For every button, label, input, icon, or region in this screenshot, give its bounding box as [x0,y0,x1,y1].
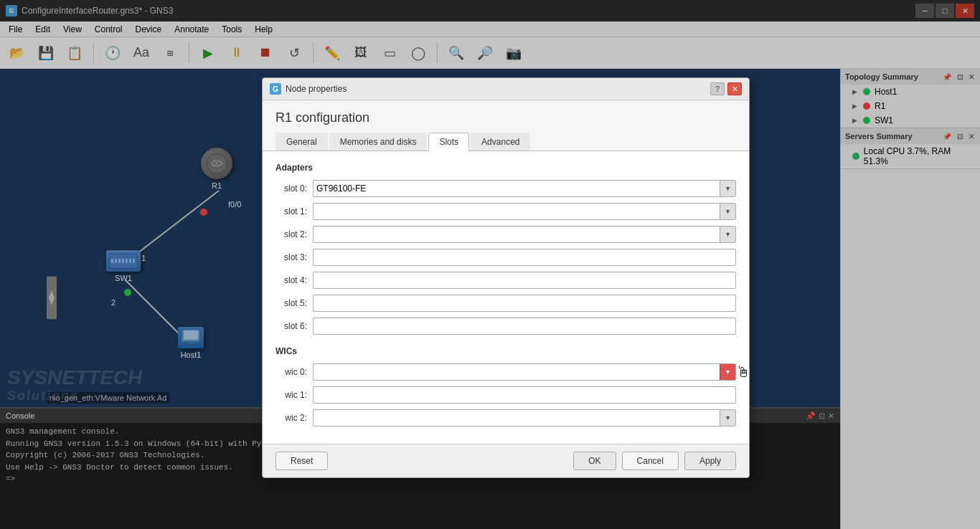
slot-row-1: slot 1: ▼ [275,203,736,220]
slot-5-select-wrapper [313,295,736,312]
node-properties-dialog: G Node properties ? ✕ R1 configuration G… [262,77,750,478]
slot-0-label: slot 0: [275,184,307,194]
slot-4-select[interactable] [313,272,736,289]
tab-advanced[interactable]: Advanced [471,133,530,151]
slot-row-4: slot 4: [275,272,736,289]
slot-row-0: slot 0: GT96100-FE ▼ [275,180,736,197]
wics-section: WICs wic 0: ▼ 🖱 wic 1: [275,346,736,426]
footer-right: OK Cancel Apply [573,452,736,470]
slot-1-label: slot 1: [275,206,307,216]
wic-row-0: wic 0: ▼ 🖱 [275,363,736,381]
reset-button[interactable]: Reset [275,452,328,470]
slot-1-select-wrapper: ▼ [313,203,736,220]
dialog-title: Node properties [286,84,347,94]
slot-6-select-wrapper [313,318,736,335]
dialog-help-button[interactable]: ? [710,82,725,95]
slot-3-select-wrapper [313,249,736,266]
wic-2-select-wrapper: ▼ [313,409,736,426]
tab-slots[interactable]: Slots [428,133,469,151]
cancel-button[interactable]: Cancel [622,452,679,470]
wics-label: WICs [275,346,736,356]
wic-row-1: wic 1: [275,386,736,404]
dialog-heading: R1 configuration [263,100,749,133]
slot-6-select[interactable] [313,318,736,335]
slot-0-select-wrapper: GT96100-FE ▼ [313,180,736,197]
modal-overlay: G Node properties ? ✕ R1 configuration G… [0,0,980,529]
wic-0-select[interactable] [313,363,736,381]
slot-2-select[interactable] [313,226,736,243]
slot-4-select-wrapper [313,272,736,289]
tab-memories[interactable]: Memories and disks [329,133,428,151]
slot-row-2: slot 2: ▼ [275,226,736,243]
ok-button[interactable]: OK [573,452,616,470]
slot-1-select[interactable] [313,203,736,220]
slot-row-6: slot 6: [275,318,736,335]
wic-row-2: wic 2: ▼ [275,409,736,426]
slot-row-3: slot 3: [275,249,736,266]
wic-1-select[interactable] [313,386,736,404]
slot-0-select[interactable]: GT96100-FE [313,180,736,197]
dialog-close-button[interactable]: ✕ [727,82,742,95]
adapters-label: Adapters [275,163,736,173]
wic-2-select[interactable] [313,409,736,426]
apply-button[interactable]: Apply [684,452,736,470]
slot-2-select-wrapper: ▼ [313,226,736,243]
cursor-icon: 🖱 [736,364,750,381]
wic-0-label: wic 0: [275,367,307,377]
wic-2-label: wic 2: [275,413,307,423]
dialog-body: Adapters slot 0: GT96100-FE ▼ slot 1: [263,151,749,444]
slot-5-select[interactable] [313,295,736,312]
slot-row-5: slot 5: [275,295,736,312]
dialog-tabs: General Memories and disks Slots Advance… [263,133,749,151]
dialog-icon: G [270,83,281,95]
dialog-footer: Reset OK Cancel Apply [263,444,749,477]
wic-1-select-wrapper [313,386,736,404]
slot-6-label: slot 6: [275,321,307,331]
slot-3-select[interactable] [313,249,736,266]
slot-4-label: slot 4: [275,275,307,285]
slot-2-label: slot 2: [275,229,307,239]
slot-5-label: slot 5: [275,298,307,308]
dialog-title-bar: G Node properties ? ✕ [263,78,749,100]
wic-1-label: wic 1: [275,390,307,400]
tab-general[interactable]: General [275,133,328,151]
slot-3-label: slot 3: [275,252,307,262]
wic-0-select-wrapper: ▼ [313,363,736,381]
